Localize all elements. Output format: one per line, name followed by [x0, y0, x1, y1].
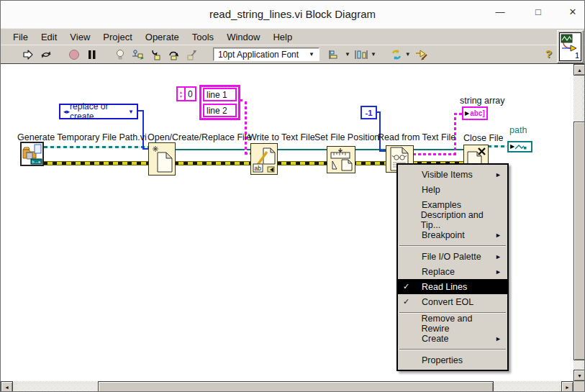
menu-view[interactable]: View — [63, 30, 96, 44]
step-over-icon — [168, 49, 181, 60]
distribute-objects-icon — [354, 50, 368, 60]
minimize-button[interactable]: — — [492, 6, 508, 17]
open-create-replace-icon — [150, 144, 174, 174]
vertical-scroll-thumb[interactable] — [573, 122, 585, 360]
menu-item-help[interactable]: Help — [398, 182, 507, 197]
scroll-left-button[interactable]: ◄ — [1, 381, 13, 392]
menu-operate[interactable]: Operate — [139, 30, 186, 44]
menu-item-visible-items[interactable]: Visible Items► — [398, 167, 507, 182]
node-write-to-text-file[interactable]: ab — [250, 143, 278, 175]
step-out-button[interactable] — [185, 47, 199, 62]
title-bar: read_string_lines.vi Block Diagram — □ ✕ — [1, 1, 584, 28]
node-label-close-file: Close File — [463, 133, 504, 143]
vi-default-icon: 1 — [560, 33, 581, 60]
spinner-down-icon[interactable]: ▼ — [179, 94, 183, 99]
vi-icon-pane[interactable]: 1 — [557, 30, 584, 63]
enum-constant-replace-or-create[interactable]: ◂▸ replace or create ▼ — [59, 104, 138, 119]
run-button[interactable] — [21, 47, 35, 62]
submenu-arrow-icon: ► — [495, 335, 502, 342]
node-open-create-replace-file[interactable] — [148, 142, 176, 176]
node-label-generate-temp-file: Generate Temporary File Path.vi — [17, 132, 147, 142]
wire-file-refnum[interactable] — [176, 149, 463, 150]
path-glyph-icon — [515, 144, 527, 150]
pause-icon — [88, 50, 96, 60]
reorder-button[interactable]: ▼ — [390, 47, 411, 62]
step-out-icon — [186, 49, 198, 60]
maximize-button[interactable]: □ — [530, 6, 546, 17]
distribute-objects-button[interactable]: ▼ — [354, 47, 376, 62]
menu-window[interactable]: Window — [220, 30, 266, 44]
chevron-down-icon: ▼ — [405, 51, 411, 58]
menu-item-description-and-tip[interactable]: Description and Tip... — [398, 212, 507, 227]
node-label-write-text: Write to Text File — [248, 132, 315, 142]
step-into-button[interactable] — [149, 47, 163, 62]
chevron-down-icon: ▼ — [371, 51, 376, 58]
wire-path-out[interactable] — [488, 145, 508, 147]
pause-button[interactable] — [85, 47, 99, 62]
wire-array-v[interactable] — [245, 99, 247, 155]
align-objects-button[interactable]: ▼ — [328, 47, 350, 62]
svg-text:b→a: b→a — [32, 160, 42, 164]
menu-help[interactable]: Help — [266, 30, 299, 44]
menu-item-properties[interactable]: Properties — [398, 352, 507, 368]
font-selector-value: 10pt Application Font — [218, 50, 299, 60]
help-button[interactable]: ? — [545, 47, 552, 60]
highlight-execution-button[interactable] — [113, 47, 127, 62]
menu-item-replace[interactable]: Replace► — [398, 264, 507, 279]
numeric-constant-count[interactable]: -1 — [360, 106, 377, 119]
menu-item-convert-eol[interactable]: ✓Convert EOL — [398, 294, 507, 309]
vi-icon: 1 — [559, 32, 581, 61]
path-indicator-terminal[interactable]: ▶ — [507, 141, 532, 152]
vertical-scrollbar[interactable]: ▲ ▼ — [573, 64, 585, 381]
index-spinner[interactable]: ▲ ▼ — [178, 88, 186, 100]
array-element-1[interactable]: line 2 — [203, 104, 237, 117]
enum-value: replace or create — [70, 101, 128, 122]
menu-file[interactable]: File — [6, 30, 35, 44]
menu-project[interactable]: Project — [96, 30, 138, 44]
node-set-file-position[interactable] — [327, 146, 355, 173]
wire-count-v[interactable] — [379, 111, 381, 152]
menu-item-read-lines[interactable]: ✓Read Lines — [398, 279, 507, 294]
svg-text:ab: ab — [255, 165, 262, 172]
wire-temp-path[interactable] — [44, 146, 148, 148]
submenu-arrow-icon: ► — [495, 171, 502, 178]
submenu-arrow-icon: ► — [495, 268, 502, 275]
string-array-constant[interactable]: line 1 line 2 — [199, 85, 240, 120]
step-over-button[interactable] — [167, 47, 181, 62]
run-continuously-icon — [40, 49, 53, 60]
align-objects-icon — [328, 50, 343, 60]
check-icon: ✓ — [403, 282, 422, 291]
scroll-up-button[interactable]: ▲ — [573, 64, 585, 76]
generate-temp-file-icon: b→a — [22, 143, 42, 165]
menu-edit[interactable]: Edit — [35, 30, 63, 44]
lightbulb-icon — [115, 49, 125, 60]
menu-item-remove-and-rewire[interactable]: Remove and Rewire — [398, 316, 507, 331]
toolbar: 10pt Application Font ▼ ▼ ▼ ▼ — [1, 45, 584, 64]
run-continuously-button[interactable] — [39, 47, 53, 62]
context-menu: Visible Items► Help Examples Description… — [396, 163, 509, 371]
menu-tools[interactable]: Tools — [186, 30, 220, 44]
cleanup-diagram-button[interactable] — [414, 47, 429, 62]
check-icon: ✓ — [403, 297, 422, 306]
menu-bar: File Edit View Project Operate Tools Win… — [1, 28, 584, 45]
array-element-0[interactable]: line 1 — [203, 88, 237, 101]
enum-selector-icon: ◂▸ — [63, 108, 70, 115]
cleanup-diagram-icon — [414, 49, 429, 60]
horizontal-scrollbar[interactable]: ◄ ► — [1, 381, 573, 392]
submenu-arrow-icon: ► — [495, 253, 502, 260]
horizontal-scroll-thumb[interactable] — [98, 381, 494, 392]
font-selector[interactable]: 10pt Application Font ▼ — [213, 47, 319, 61]
array-index-selector[interactable]: ▲ ▼ 0 — [176, 86, 196, 101]
scroll-right-button[interactable]: ► — [561, 381, 573, 392]
close-button[interactable]: ✕ — [565, 6, 581, 17]
array-index-value: 0 — [186, 89, 195, 99]
block-diagram-canvas[interactable]: ◂▸ replace or create ▼ ▲ ▼ 0 line 1 line… — [1, 64, 573, 381]
node-generate-temp-file-path[interactable]: b→a — [20, 142, 44, 166]
string-array-indicator-terminal[interactable]: ▶ abc] — [462, 106, 488, 120]
wire-enum-v[interactable] — [142, 110, 144, 150]
wire-string-out-h[interactable] — [413, 153, 456, 155]
menu-item-file-io-palette[interactable]: File I/O Palette► — [398, 249, 507, 264]
retain-wire-values-button[interactable] — [131, 47, 145, 62]
scroll-down-button[interactable]: ▼ — [573, 370, 585, 381]
abort-button[interactable] — [67, 47, 81, 62]
